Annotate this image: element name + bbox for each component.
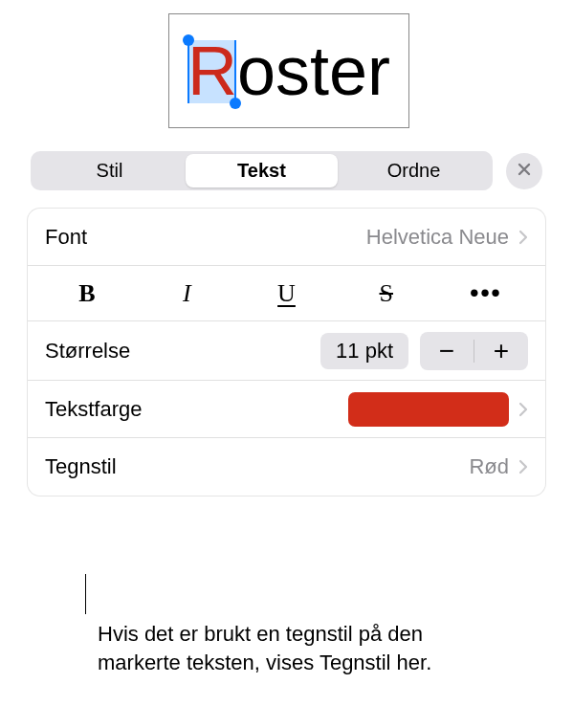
character-style-row[interactable]: Tegnstil Rød — [28, 438, 545, 496]
chevron-right-icon — [518, 459, 528, 474]
character-style-label: Tegnstil — [45, 454, 469, 479]
size-value[interactable]: 11 pkt — [320, 333, 408, 369]
selection-caret-left — [187, 40, 189, 103]
bold-button[interactable]: B — [45, 276, 129, 312]
segmented-control: Stil Tekst Ordne — [31, 151, 493, 190]
tab-text[interactable]: Tekst — [186, 154, 338, 188]
preview-word: Roster — [187, 36, 390, 105]
size-stepper: − + — [420, 332, 528, 370]
preview-letters-rest: oster — [237, 33, 390, 109]
tab-arrange[interactable]: Ordne — [338, 154, 490, 188]
character-style-value: Rød — [469, 454, 509, 479]
more-options-button[interactable]: ••• — [444, 275, 528, 312]
italic-button[interactable]: I — [144, 276, 229, 312]
chevron-right-icon — [518, 402, 528, 417]
close-button[interactable] — [506, 153, 542, 189]
font-label: Font — [45, 225, 366, 250]
chevron-right-icon — [518, 230, 528, 245]
font-value: Helvetica Neue — [366, 225, 509, 250]
text-color-label: Tekstfarge — [45, 397, 348, 422]
selection-handle-end[interactable] — [230, 98, 241, 109]
preview-textbox: Roster — [168, 13, 409, 128]
text-style-row: B I U S ••• — [28, 266, 545, 321]
preview-letter-selected: R — [187, 33, 237, 109]
size-row: Størrelse 11 pkt − + — [28, 321, 545, 381]
close-icon — [517, 162, 532, 181]
strikethrough-button[interactable]: S — [344, 276, 429, 312]
format-card: Font Helvetica Neue B I U S ••• Størrels… — [27, 208, 546, 496]
callout-text: Hvis det er brukt en tegnstil på den mar… — [98, 620, 442, 676]
size-decrease-button[interactable]: − — [420, 332, 474, 370]
size-increase-button[interactable]: + — [474, 332, 528, 370]
text-color-swatch[interactable] — [348, 392, 509, 427]
selection-caret-right — [234, 40, 236, 103]
format-panel: Stil Tekst Ordne Font Helvetica Neue B I… — [27, 151, 546, 496]
size-label: Størrelse — [45, 339, 309, 364]
tabs-row: Stil Tekst Ordne — [27, 151, 546, 190]
selection-handle-start[interactable] — [183, 34, 194, 46]
callout-leader-line — [85, 574, 86, 614]
text-color-row[interactable]: Tekstfarge — [28, 381, 545, 438]
font-row[interactable]: Font Helvetica Neue — [28, 209, 545, 266]
underline-button[interactable]: U — [245, 276, 329, 312]
tab-style[interactable]: Stil — [33, 154, 186, 188]
